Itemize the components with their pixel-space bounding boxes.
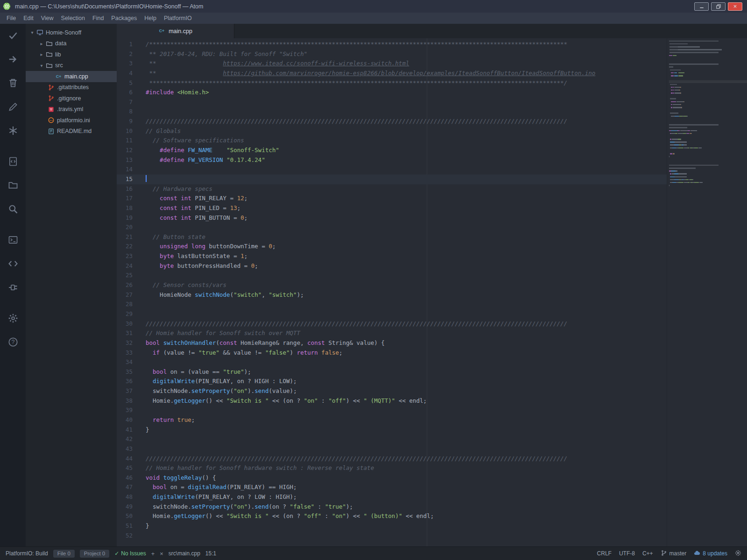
- menu-view[interactable]: View: [37, 14, 57, 23]
- code-line[interactable]: 48 digitalWrite(PIN_RELAY, on ? LOW : HI…: [117, 492, 747, 502]
- menu-selection[interactable]: Selection: [57, 14, 89, 23]
- settings-button[interactable]: [0, 307, 26, 331]
- build-button[interactable]: [0, 24, 26, 48]
- code-line[interactable]: 50 Homie.getLogger() << "Switch is " << …: [117, 511, 747, 521]
- tree-item-gitattributes[interactable]: .gitattributes: [26, 82, 117, 93]
- tab-main.cpp[interactable]: C+main.cpp: [117, 24, 234, 38]
- code-line[interactable]: 20: [117, 223, 747, 232]
- settings[interactable]: [735, 550, 741, 558]
- code-line[interactable]: 3 ** https://www.itead.cc/sonoff-wifi-wi…: [117, 59, 747, 69]
- tree-root-homie-sonoff[interactable]: ▾Homie-Sonoff: [26, 27, 117, 38]
- code-line[interactable]: 34: [117, 357, 747, 367]
- encoding[interactable]: UTF-8: [619, 550, 635, 557]
- device-button[interactable]: [0, 276, 26, 300]
- code-line[interactable]: 24 byte buttonPressHandled = 0;: [117, 261, 747, 271]
- code-line[interactable]: 6#include <Homie.h>: [117, 88, 747, 98]
- code-line[interactable]: 1/**************************************…: [117, 40, 747, 49]
- code-line[interactable]: 35 bool on = (value == "true");: [117, 367, 747, 377]
- code-line[interactable]: 44//////////////////////////////////////…: [117, 454, 747, 464]
- serial-monitor-button[interactable]: [0, 252, 26, 276]
- menu-platformio[interactable]: PlatformIO: [160, 14, 196, 23]
- cursor-position[interactable]: 15:1: [205, 550, 216, 557]
- tree-item-travis.yml[interactable]: .travis.yml: [26, 104, 117, 115]
- code-line[interactable]: 52: [117, 531, 747, 541]
- add-icon[interactable]: +: [151, 550, 155, 557]
- code-line[interactable]: 2 ** 2017-04-24, RDU: Built for Sonoff "…: [117, 49, 747, 59]
- open-project-folder-button[interactable]: [0, 174, 26, 198]
- code-line[interactable]: 16 // Hardware specs: [117, 184, 747, 194]
- clean-button[interactable]: [0, 72, 26, 96]
- code-line[interactable]: 28: [117, 300, 747, 309]
- code-line[interactable]: 8: [117, 107, 747, 117]
- code-line[interactable]: 37 switchNode.setProperty("on").send(val…: [117, 386, 747, 396]
- code-line[interactable]: 7: [117, 98, 747, 107]
- init-project-button[interactable]: [0, 150, 26, 174]
- test-button[interactable]: [0, 119, 26, 143]
- tree-item-gitignore[interactable]: .gitignore: [26, 93, 117, 104]
- code-line[interactable]: 45// Homie handler for Sonoff hardware s…: [117, 463, 747, 473]
- code-line[interactable]: 19 const int PIN_BUTTON = 0;: [117, 213, 747, 223]
- code-line[interactable]: 32bool switchOnHandler(const HomieRange&…: [117, 338, 747, 348]
- close-icon[interactable]: ×: [160, 550, 163, 557]
- code-line[interactable]: 13 #define FW_VERSION "0.17.4.24": [117, 155, 747, 165]
- project-issues-badge[interactable]: Project 0: [80, 550, 109, 558]
- menu-find[interactable]: Find: [89, 14, 107, 23]
- code-line[interactable]: 26 // Sensor consts/vars: [117, 280, 747, 290]
- restore-button[interactable]: [711, 2, 726, 11]
- line-ending[interactable]: CRLF: [597, 550, 612, 557]
- code-line[interactable]: 27 HomieNode switchNode("switch", "switc…: [117, 290, 747, 300]
- code-line[interactable]: 49 switchNode.setProperty("on").send(on …: [117, 502, 747, 512]
- minimize-button[interactable]: [694, 2, 709, 11]
- code-line[interactable]: 5 **************************************…: [117, 78, 747, 88]
- code-line[interactable]: 30//////////////////////////////////////…: [117, 319, 747, 329]
- code-line[interactable]: 33 if (value != "true" && value != "fals…: [117, 348, 747, 358]
- minimap[interactable]: [667, 38, 747, 546]
- code-line[interactable]: 51}: [117, 521, 747, 531]
- tree-item-src[interactable]: ▾src: [26, 60, 117, 71]
- code-line[interactable]: 31// Homie handler for Sonoff switch ove…: [117, 329, 747, 338]
- code-line[interactable]: 18 const int PIN_LED = 13;: [117, 203, 747, 213]
- code-line[interactable]: 15: [117, 175, 747, 184]
- code-line[interactable]: 43: [117, 444, 747, 454]
- close-button[interactable]: ×: [728, 2, 742, 11]
- code-line[interactable]: 23 byte lastButtonState = 1;: [117, 252, 747, 261]
- tree-item-readme.md[interactable]: README.md: [26, 126, 117, 137]
- code-line[interactable]: 47 bool on = digitalRead(PIN_RELAY) == H…: [117, 483, 747, 492]
- tree-item-main.cpp[interactable]: C+main.cpp: [26, 71, 117, 82]
- tree-item-platformio.ini[interactable]: platformio.ini: [26, 115, 117, 126]
- git-branch[interactable]: master: [661, 550, 687, 558]
- code-line[interactable]: 4 ** https://github.com/marvinroger/homi…: [117, 69, 747, 78]
- grammar[interactable]: C++: [642, 550, 653, 557]
- code-line[interactable]: 9///////////////////////////////////////…: [117, 117, 747, 126]
- upload-button[interactable]: [0, 48, 26, 72]
- code-line[interactable]: 11 // Software specifications: [117, 136, 747, 146]
- help-button[interactable]: ?: [0, 331, 26, 355]
- code-line[interactable]: 40 return true;: [117, 415, 747, 425]
- code-line[interactable]: 22 unsigned long buttonDownTime = 0;: [117, 242, 747, 252]
- code-line[interactable]: 46void toggleRelay() {: [117, 473, 747, 483]
- file-issues-badge[interactable]: File 0: [53, 550, 75, 558]
- code-line[interactable]: 36 digitalWrite(PIN_RELAY, on ? HIGH : L…: [117, 377, 747, 386]
- tree-item-data[interactable]: ▸data: [26, 38, 117, 49]
- code-line[interactable]: 38 Homie.getLogger() << "Switch is " << …: [117, 396, 747, 406]
- no-issues-status[interactable]: ✓No Issues: [114, 550, 146, 557]
- code-line[interactable]: 25: [117, 271, 747, 280]
- code-line[interactable]: 39: [117, 406, 747, 415]
- code-line[interactable]: 21 // Button state: [117, 232, 747, 242]
- run-other-target-button[interactable]: [0, 96, 26, 119]
- find-in-project-button[interactable]: [0, 198, 26, 222]
- menu-packages[interactable]: Packages: [107, 14, 141, 23]
- code-line[interactable]: 29: [117, 309, 747, 319]
- code-line[interactable]: 14: [117, 165, 747, 175]
- code-line[interactable]: 10// Globals: [117, 126, 747, 136]
- text-editor[interactable]: 1/**************************************…: [117, 38, 747, 546]
- code-line[interactable]: 17 const int PIN_RELAY = 12;: [117, 194, 747, 203]
- tree-item-lib[interactable]: ▸lib: [26, 49, 117, 60]
- code-line[interactable]: 42: [117, 434, 747, 444]
- terminal-button[interactable]: [0, 229, 26, 252]
- menu-file[interactable]: File: [3, 14, 20, 23]
- updates-available[interactable]: 8 updates: [694, 550, 727, 558]
- code-line[interactable]: 12 #define FW_NAME "Sonoff-Switch": [117, 146, 747, 155]
- menu-help[interactable]: Help: [141, 14, 160, 23]
- code-line[interactable]: 41}: [117, 425, 747, 435]
